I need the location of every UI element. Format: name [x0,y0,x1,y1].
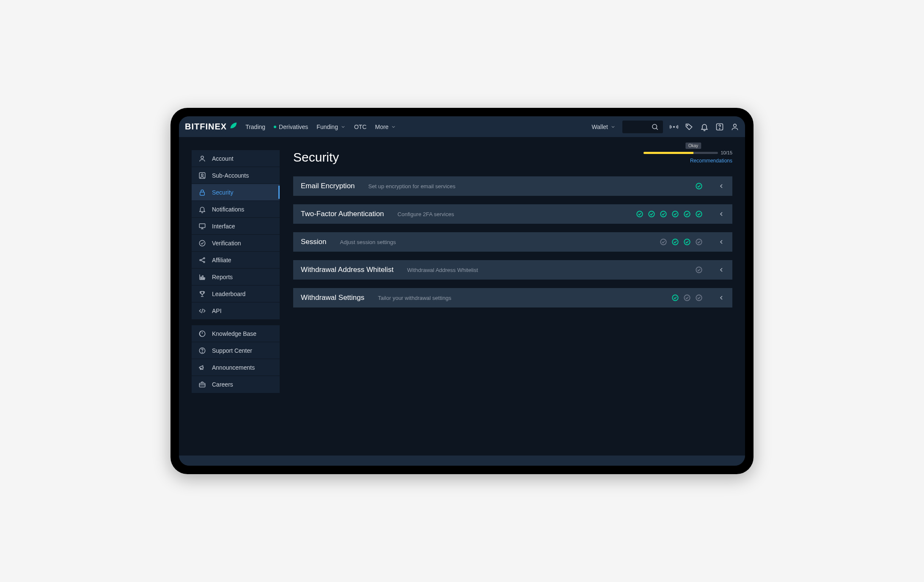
panel-subtitle: Configure 2FA services [398,211,454,217]
check-ok-icon [671,210,679,218]
briefcase-icon [198,381,206,388]
nav-trading[interactable]: Trading [245,124,265,130]
check-ok-icon [671,294,679,302]
share-icon [198,256,206,264]
monitor-icon [198,222,206,230]
panel-email-encryption[interactable]: Email EncryptionSet up encryption for em… [293,176,732,196]
sidebar-item-interface[interactable]: Interface [192,218,280,235]
main: Security Okay 10/15 Recommendations Emai… [293,150,732,456]
svg-point-5 [719,128,720,129]
chevron-left-icon [718,183,725,189]
nav-derivatives[interactable]: Derivatives [274,124,308,130]
sidebar-item-leaderboard[interactable]: Leaderboard [192,286,280,302]
score-bar [644,152,718,154]
sidebar-item-verification[interactable]: Verification [192,235,280,252]
svg-point-14 [199,240,205,246]
panel-subtitle: Adjust session settings [340,239,396,245]
sidebar-group-help: Knowledge BaseSupport CenterAnnouncement… [192,325,280,393]
bell-icon[interactable] [700,123,709,131]
sidebar-item-announcements[interactable]: Announcements [192,359,280,376]
help-icon[interactable] [715,123,724,131]
search-input[interactable] [622,121,663,133]
svg-point-9 [201,174,204,176]
status-icons [660,238,703,246]
user-icon [198,155,206,162]
sidebar-item-label: Interface [212,223,235,230]
score-tooltip: Okay [685,143,701,149]
leaf-icon [228,121,238,132]
svg-point-2 [674,126,675,127]
panel-session[interactable]: SessionAdjust session settings [293,232,732,252]
status-icons [695,266,703,274]
svg-point-31 [202,352,202,352]
sidebar-item-reports[interactable]: Reports [192,269,280,286]
brand-logo[interactable]: BITFINEX [185,121,238,132]
panel-withdrawal-address-whitelist[interactable]: Withdrawal Address WhitelistWithdrawal A… [293,260,732,280]
panel-two-factor-authentication[interactable]: Two-Factor AuthenticationConfigure 2FA s… [293,204,732,224]
sidebar-item-label: Leaderboard [212,291,245,297]
panel-title: Email Encryption [301,182,355,190]
svg-rect-22 [201,277,201,279]
security-panels: Email EncryptionSet up encryption for em… [293,176,732,307]
panel-subtitle: Set up encryption for email services [368,183,456,189]
svg-point-15 [200,259,201,261]
svg-rect-10 [200,192,205,195]
help-icon [198,347,206,354]
tag-icon[interactable] [685,123,693,131]
nav-more[interactable]: More [375,124,396,130]
sidebar-item-sub-accounts[interactable]: Sub-Accounts [192,167,280,184]
sidebar-item-account[interactable]: Account [192,150,280,167]
main-header: Security Okay 10/15 Recommendations [293,150,732,165]
svg-line-19 [201,260,204,261]
check-ok-icon [695,210,703,218]
search-icon [651,123,659,131]
sidebar-item-label: API [212,307,222,314]
score-fill [644,152,693,154]
sidebar-item-support-center[interactable]: Support Center [192,342,280,359]
svg-point-16 [204,258,205,259]
panel-title: Two-Factor Authentication [301,210,384,218]
brand-text: BITFINEX [185,122,227,132]
user-icon[interactable] [731,123,739,131]
svg-line-18 [201,258,204,260]
chevron-left-icon [718,211,725,217]
nav-funding[interactable]: Funding [316,124,346,130]
sidebar-item-label: Support Center [212,347,252,354]
sidebar-item-label: Notifications [212,206,244,213]
tablet-frame: BITFINEX Trading Derivatives Funding OTC… [170,108,754,474]
sidebar-item-careers[interactable]: Careers [192,376,280,393]
sidebar-item-label: Knowledge Base [212,330,256,337]
nav-otc[interactable]: OTC [354,124,367,130]
sidebar-item-security[interactable]: Security [192,184,280,201]
topnav: Trading Derivatives Funding OTC More [245,124,396,130]
check-ok-icon [695,182,703,190]
panel-title: Withdrawal Settings [301,294,364,302]
app-screen: BITFINEX Trading Derivatives Funding OTC… [179,116,745,466]
broadcast-icon[interactable] [670,123,678,131]
subaccount-icon [198,172,206,179]
panel-subtitle: Withdrawal Address Whitelist [407,267,478,273]
sidebar-item-label: Announcements [212,364,255,371]
svg-rect-23 [202,276,203,279]
sidebar-item-api[interactable]: API [192,302,280,319]
status-icons [695,182,703,190]
chevron-down-icon [341,124,346,129]
sidebar-item-knowledge-base[interactable]: Knowledge Base [192,325,280,342]
lock-icon [198,189,206,196]
panel-withdrawal-settings[interactable]: Withdrawal SettingsTailor your withdrawa… [293,288,732,307]
chevron-down-icon [610,124,616,129]
recommendations-link[interactable]: Recommendations [690,158,732,164]
sidebar-item-affiliate[interactable]: Affiliate [192,252,280,269]
footer-bar [179,456,745,466]
svg-point-17 [204,261,205,263]
status-icons [636,210,703,218]
live-dot-icon [274,126,276,128]
check-ok-icon [636,210,644,218]
wallet-dropdown[interactable]: Wallet [592,124,616,130]
svg-point-7 [201,156,204,159]
check-off-icon [695,238,703,246]
check-ok-icon [683,210,691,218]
chevron-down-icon [391,124,396,129]
sidebar-item-notifications[interactable]: Notifications [192,201,280,218]
svg-point-6 [734,124,737,127]
